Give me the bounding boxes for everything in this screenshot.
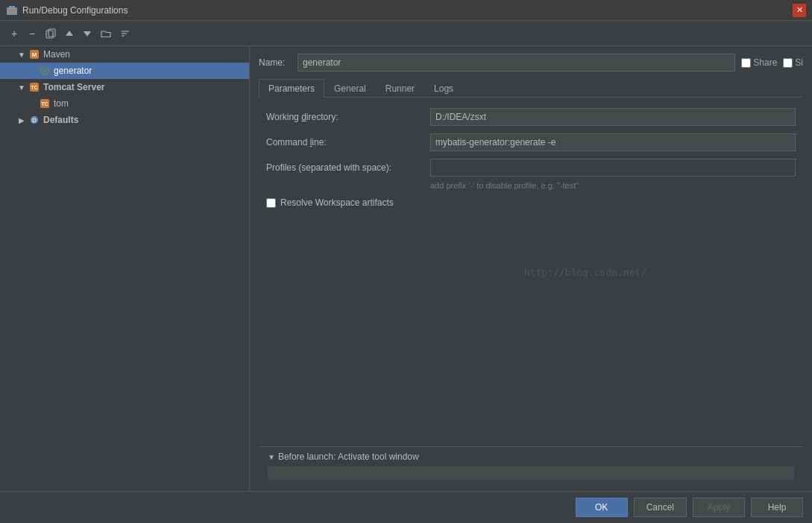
working-directory-label: Working directory:: [266, 112, 430, 122]
tabs: Parameters General Runner Logs: [259, 79, 803, 98]
tree-item-generator[interactable]: ▶ generator: [0, 63, 249, 79]
copy-button[interactable]: [42, 25, 60, 42]
tomcat-arrow: ▼: [16, 82, 27, 92]
tab-runner[interactable]: Runner: [376, 79, 424, 98]
name-options: Share Si: [741, 57, 803, 68]
watermark: http://blog.csdn.net/: [524, 267, 646, 278]
tab-parameters[interactable]: Parameters: [259, 79, 324, 98]
before-launch-section: ▼ Before launch: Activate tool window: [259, 446, 803, 491]
content-area: ▼ M Maven ▶ generator: [0, 46, 812, 491]
tree-item-tom[interactable]: ▶ TC tom: [0, 95, 249, 112]
resolve-workspace-label[interactable]: Resolve Workspace artifacts: [280, 197, 394, 208]
svg-text:TC: TC: [31, 85, 37, 90]
maven-icon: M: [28, 48, 40, 60]
apply-button[interactable]: Apply: [693, 498, 745, 517]
svg-text:TC: TC: [41, 101, 48, 107]
tab-logs[interactable]: Logs: [424, 79, 463, 98]
tomcat-server-icon: TC: [28, 81, 40, 93]
si-checkbox[interactable]: [783, 58, 793, 68]
command-line-label: Command line:: [266, 137, 430, 148]
resolve-workspace-checkbox[interactable]: [266, 198, 276, 208]
generator-label: generator: [54, 66, 92, 76]
tom-label: tom: [54, 98, 69, 109]
help-button[interactable]: Help: [751, 498, 803, 517]
name-label: Name:: [259, 57, 292, 68]
tree-item-maven[interactable]: ▼ M Maven: [0, 46, 249, 63]
svg-text:M: M: [32, 51, 37, 58]
command-line-input[interactable]: [430, 133, 796, 151]
maven-arrow: ▼: [16, 49, 27, 60]
remove-button[interactable]: −: [24, 25, 40, 42]
before-launch-header[interactable]: ▼ Before launch: Activate tool window: [268, 451, 794, 462]
working-directory-input[interactable]: [430, 108, 796, 126]
app-icon: [6, 4, 18, 16]
move-down-button[interactable]: [79, 25, 95, 42]
defaults-icon: D: [28, 114, 40, 126]
bottom-bar: OK Cancel Apply Help: [0, 491, 812, 523]
tomcat-server-label: Tomcat Server: [43, 82, 104, 92]
command-line-row: Command line:: [266, 133, 796, 151]
tree-item-tomcat-server[interactable]: ▼ TC Tomcat Server: [0, 79, 249, 95]
share-label: Share: [753, 57, 777, 68]
name-row: Name: Share Si: [259, 54, 803, 72]
si-checkbox-label[interactable]: Si: [783, 57, 803, 68]
ok-button[interactable]: OK: [576, 498, 628, 517]
share-checkbox-label[interactable]: Share: [741, 57, 777, 68]
folder-button[interactable]: [97, 25, 115, 42]
close-button[interactable]: ✕: [793, 4, 806, 17]
tab-general[interactable]: General: [324, 79, 376, 98]
tom-icon: TC: [39, 98, 51, 110]
generator-icon: [39, 65, 51, 77]
add-button[interactable]: +: [6, 25, 22, 42]
before-launch-bar: [268, 466, 794, 480]
toolbar: + −: [0, 21, 812, 46]
profiles-input[interactable]: [430, 159, 796, 177]
svg-rect-1: [9, 6, 15, 9]
si-label: Si: [795, 57, 803, 68]
tab-content-parameters: Working directory: Command line: Profile…: [259, 98, 803, 446]
move-up-button[interactable]: [61, 25, 78, 42]
cancel-button[interactable]: Cancel: [634, 498, 687, 517]
resolve-workspace-row: Resolve Workspace artifacts: [266, 197, 796, 208]
name-input[interactable]: [298, 54, 735, 72]
defaults-arrow: ▶: [16, 115, 27, 125]
before-launch-label: Before launch: Activate tool window: [278, 451, 419, 462]
working-directory-row: Working directory:: [266, 108, 796, 126]
svg-marker-6: [84, 31, 91, 37]
left-panel: ▼ M Maven ▶ generator: [0, 46, 250, 491]
title-bar: Run/Debug Configurations ✕: [0, 0, 812, 21]
share-checkbox[interactable]: [741, 58, 751, 68]
profiles-label: Profiles (separated with space):: [266, 162, 430, 173]
maven-label: Maven: [43, 49, 70, 60]
right-panel: Name: Share Si Parameters General: [250, 46, 812, 491]
before-launch-arrow: ▼: [268, 453, 275, 461]
main-container: + −: [0, 21, 812, 523]
title-bar-text: Run/Debug Configurations: [22, 5, 793, 16]
svg-text:D: D: [32, 117, 37, 124]
sort-button[interactable]: [116, 25, 134, 42]
svg-marker-13: [43, 69, 47, 73]
tree-item-defaults[interactable]: ▶ D Defaults: [0, 112, 249, 128]
svg-point-2: [10, 9, 14, 13]
profiles-row: Profiles (separated with space):: [266, 159, 796, 177]
svg-marker-5: [66, 31, 73, 36]
profiles-hint: add prefix '-' to disable profile, e.g. …: [266, 181, 796, 190]
tom-spacer: ▶: [27, 98, 37, 109]
defaults-label: Defaults: [43, 115, 78, 125]
generator-spacer: ▶: [27, 66, 37, 76]
